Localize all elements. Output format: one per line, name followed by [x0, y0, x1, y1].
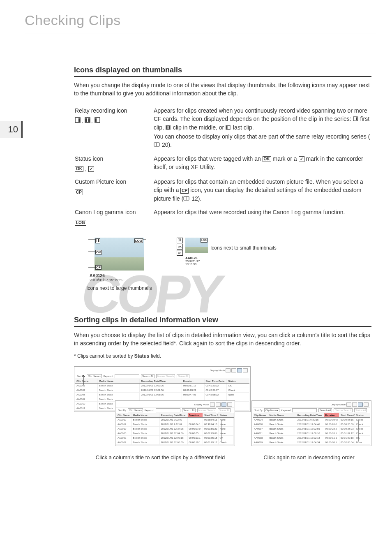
table-cell: 00:00:07:0	[188, 427, 203, 431]
section1-intro: When you change the display mode to one …	[74, 81, 371, 98]
narrow-search-button[interactable]: Narrow Search	[334, 408, 353, 412]
small-thumb-caption: Icons next to small thumbnails	[210, 245, 277, 251]
col-starttc[interactable]: Start Time Code	[203, 413, 219, 417]
page-title: Checking Clips	[25, 12, 121, 28]
view-large-icon[interactable]	[226, 368, 231, 372]
svg-rect-11	[168, 126, 170, 129]
col-status[interactable]: Status	[219, 413, 234, 417]
svg-rect-25	[180, 239, 180, 241]
col-medianame[interactable]: Media Name	[132, 413, 160, 417]
search-all-button[interactable]: Search All	[182, 408, 196, 412]
callout-arrow	[356, 419, 364, 444]
cp-ref: 12).	[190, 195, 201, 202]
status-all-button[interactable]: Status All	[354, 408, 367, 412]
view-list-icon[interactable]	[358, 402, 363, 407]
narrow-search-button[interactable]: Narrow Search	[197, 408, 216, 412]
table-cell: 2012/01/01 12:06:06	[140, 393, 182, 397]
table-cell: 00:42:26:17	[205, 388, 227, 392]
section2-footnote: * Clips cannot be sorted by Status field…	[74, 353, 371, 359]
table-row: Custom Picture icon CP Appears for clips…	[75, 176, 371, 205]
view-collapse-icon[interactable]	[364, 402, 369, 407]
table-row: AA0011Beach Shots2012/01/01 12:00:1000:0…	[253, 431, 370, 436]
status-all-button[interactable]: Status All	[177, 374, 189, 378]
table-header-row[interactable]: Clip Name Media Name Recording Date/Time…	[253, 413, 370, 418]
table-cell: Check	[227, 388, 249, 392]
col-recording-date[interactable]: Recording Date/Time	[140, 379, 182, 383]
narrow-search-button[interactable]: Narrow Search	[156, 374, 175, 378]
table-row: AA0007Beach Shots2012/01/01 12:02:5600:0…	[75, 388, 249, 393]
table-cell: 00:02:05:06	[203, 431, 219, 435]
callout-arrow	[220, 419, 228, 444]
view-medium-icon[interactable]	[352, 402, 357, 407]
col-duration-sorted[interactable]: Duration	[188, 413, 203, 417]
col-starttc[interactable]: Start Time Code	[339, 413, 355, 417]
table-cell: 00:00:18:1	[324, 431, 340, 435]
table-cell: 00:00:20:0	[324, 422, 340, 426]
table-cell: 00:00:08:1	[324, 440, 340, 444]
view-large-icon[interactable]	[210, 402, 215, 407]
view-list-icon[interactable]	[237, 368, 242, 372]
log-desc: Appears for clips that were recorded usi…	[154, 209, 345, 215]
table-cell: 2012/01/01 12:04:46	[296, 422, 324, 426]
col-medianame[interactable]: Media Name	[98, 379, 140, 383]
log-label: Canon Log gamma icon	[75, 208, 149, 216]
view-collapse-icon[interactable]	[243, 368, 248, 372]
col-status[interactable]: Status	[355, 413, 371, 417]
col-recording-date[interactable]: Recording Date/Time	[296, 413, 324, 417]
table-header-row[interactable]: Clip Name Media Name Recording Date/Time…	[75, 379, 249, 384]
table-cell: 00:00:51:15	[182, 384, 205, 388]
section-heading-icons: Icons displayed on thumbnails	[74, 66, 371, 77]
table-cell: 2012/01/01 12:00:18	[160, 436, 188, 440]
keyword-input[interactable]	[292, 408, 317, 412]
search-all-button[interactable]: Search All	[318, 408, 332, 412]
table-cell: None	[227, 393, 249, 397]
col-recording-date[interactable]: Recording Date/Time	[160, 413, 188, 417]
table-cell: AA0007	[75, 388, 98, 392]
section2-intro: When you choose to display the list of c…	[74, 331, 371, 348]
table-cell: Beach Shots	[268, 440, 296, 444]
keyword-input[interactable]	[156, 408, 180, 412]
col-starttc[interactable]: Start Time Code	[205, 379, 227, 383]
col-status[interactable]: Status	[227, 379, 249, 383]
sortby-select[interactable]: Clip Name ▾	[264, 408, 279, 412]
col-clipname[interactable]: Clip Name	[116, 413, 132, 417]
col-duration-sorted-desc[interactable]: Duration	[324, 413, 340, 417]
table-cell: 2012/01/01 12:02:18	[296, 436, 324, 440]
table-cell: Beach Shots	[98, 393, 140, 397]
col-medianame[interactable]: Media Name	[268, 413, 296, 417]
view-medium-icon[interactable]	[231, 368, 236, 372]
view-large-icon[interactable]	[346, 402, 351, 407]
relay-first-icon	[75, 117, 81, 125]
search-all-button[interactable]: Search All	[141, 374, 154, 378]
table-cell: Beach Shots	[268, 431, 296, 435]
caption-sort-by-field: Click a column's title to sort the clips…	[74, 454, 247, 460]
col-clipname[interactable]: Clip Name	[253, 413, 268, 417]
table-cell: Beach Shots	[132, 422, 160, 426]
small-thumb-date1: 2010/01/17	[185, 260, 208, 263]
view-list-icon[interactable]	[221, 402, 226, 407]
table-cell: Beach Shots	[132, 440, 160, 444]
col-duration[interactable]: Duration	[182, 379, 205, 383]
display-mode-label: Display Mode	[210, 369, 225, 372]
table-row: AA0008Beach Shots2012/01/01 12:06:0600:0…	[75, 393, 249, 397]
large-thumbnail-example: LOG OK CP AA0126 2010/01/17 19:19:59 Ico…	[74, 238, 164, 291]
keyword-input[interactable]	[115, 374, 139, 378]
table-cell: 00:01:56:22	[203, 427, 219, 431]
table-cell: 2012/01/01 9:32:09	[160, 422, 188, 426]
table-cell: AA0034	[253, 418, 268, 422]
svg-rect-8	[356, 118, 357, 120]
relay-last-icon	[95, 117, 100, 125]
page-number: 10	[0, 121, 23, 138]
table-cell: 2012/01/01 12:04:06	[160, 431, 188, 435]
table-row: AA0019Beach Shots2012/01/01 9:32:0900:00…	[116, 422, 234, 427]
table-cell: 00:01:05:17	[203, 440, 219, 444]
sortby-select[interactable]: Clip Name ▾	[128, 408, 143, 412]
view-medium-icon[interactable]	[216, 402, 221, 407]
table-cell: Beach Shots	[132, 431, 160, 435]
table-cell: 00:38:04:18	[203, 422, 219, 426]
table-header-row[interactable]: Clip Name Media Name Recording Date/Time…	[116, 413, 234, 418]
ok-mark-icon: OK	[75, 166, 83, 172]
status-all-button[interactable]: Status All	[218, 408, 231, 412]
view-collapse-icon[interactable]	[227, 402, 232, 407]
keyword-label: Keyword	[145, 409, 154, 412]
